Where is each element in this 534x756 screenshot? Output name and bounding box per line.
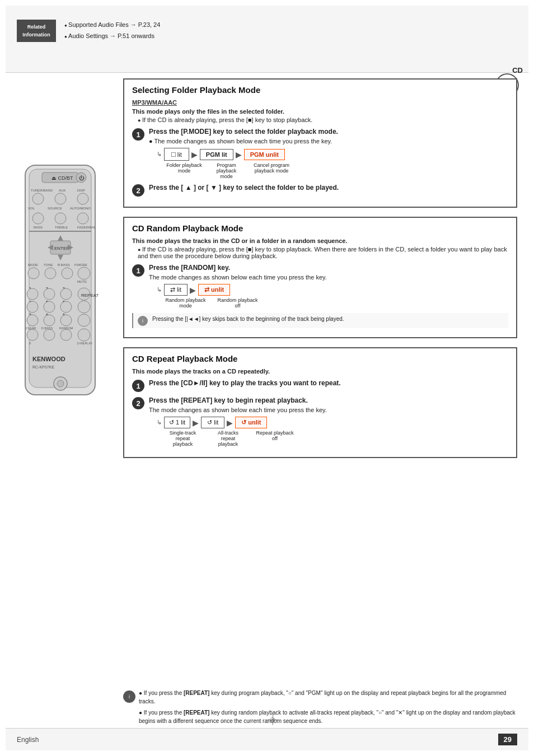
svg-text:TREBLE: TREBLE	[55, 226, 68, 229]
section2-desc: This mode plays the tracks in the CD or …	[132, 237, 508, 244]
mode-random-unlit: ⇄ unlit	[198, 284, 230, 296]
right-panel: Selecting Folder Playback Mode MP3/WMA/A…	[118, 73, 528, 728]
section3-step1-content: Press the [CD►/II] key to play the track…	[149, 379, 508, 389]
note1-icon: i	[123, 690, 135, 703]
svg-text:FADER/BAL: FADER/BAL	[77, 226, 96, 229]
step2-instruction: Press the [ ▲ ] or [ ▼ ] key to select t…	[149, 184, 508, 192]
mode-pgm-unlit: PGM unlit	[244, 149, 285, 160]
svg-text:AUTO/MONO: AUTO/MONO	[70, 207, 91, 210]
svg-text:SOURCE: SOURCE	[48, 207, 62, 210]
step1-sub: ● The mode changes as shown below each t…	[149, 138, 508, 144]
section1-step2: 2 Press the [ ▲ ] or [ ▼ ] key to select…	[132, 184, 508, 197]
mode-repeat-off-label: Repeat playback off	[255, 430, 294, 447]
mode-repeat-unlit: ↺ unlit	[235, 417, 267, 428]
svg-point-55	[44, 301, 55, 312]
bottom-notes: i ● If you press the [REPEAT] key during…	[123, 689, 523, 725]
section-repeat-playback: CD Repeat Playback Mode This mode plays …	[123, 347, 517, 458]
mode-random-lit: ⇄ lit	[164, 284, 188, 296]
note2-spacer	[123, 709, 135, 721]
bottom-note-2: ● If you press the [REPEAT] key during r…	[123, 709, 523, 725]
related-link-2: Audio Settings → P.51 onwards	[64, 31, 160, 42]
svg-text:B.BASS: B.BASS	[58, 263, 70, 267]
section3-title: CD Repeat Playback Mode	[132, 354, 508, 363]
related-info-label: Related Information	[22, 24, 50, 38]
svg-text:MUTE: MUTE	[77, 280, 87, 283]
svg-point-41	[78, 267, 90, 279]
step2-content: Press the [ ▲ ] or [ ▼ ] key to select t…	[149, 184, 508, 194]
section2-step1-sub: The mode changes as shown below each tim…	[149, 274, 508, 281]
mode-pgm-lit: PGM lit	[200, 149, 233, 160]
svg-text:DISP: DISP	[77, 189, 85, 192]
section3-step1-num: 1	[132, 380, 144, 392]
svg-text:REPEAT: REPEAT	[81, 293, 99, 298]
svg-text:ENTER: ENTER	[54, 246, 69, 251]
svg-point-56	[60, 301, 72, 312]
header: Related Information Supported Audio File…	[6, 6, 528, 73]
mode-random-lit-label: Random playbackmode	[165, 297, 207, 309]
section2-step1-content: Press the [RANDOM] key. The mode changes…	[149, 264, 508, 309]
footer-language: English	[17, 736, 39, 744]
section3-step2: 2 Press the [REPEAT] key to begin repeat…	[132, 396, 508, 447]
svg-text:TONE: TONE	[44, 263, 53, 267]
related-link-1: Supported Audio Files → P.23, 24	[64, 20, 160, 31]
section1-bullet1: If the CD is already playing, press the …	[138, 116, 508, 123]
svg-point-16	[55, 193, 66, 204]
mode-folder-lit: □ lit	[164, 148, 189, 161]
mode-single-repeat-label: Single-track repeatplayback	[165, 430, 201, 447]
svg-point-40	[62, 268, 73, 279]
svg-text:⏏ CD/BT: ⏏ CD/BT	[51, 175, 73, 181]
section3-step2-instruction: Press the [REPEAT] key to begin repeat p…	[149, 396, 508, 404]
step1-num: 1	[132, 128, 144, 141]
svg-point-62	[44, 315, 55, 326]
section1-title: Selecting Folder Playback Mode	[132, 85, 508, 95]
section3-step2-sub: The mode changes as shown below each tim…	[149, 407, 508, 413]
svg-text:⏻: ⏻	[79, 175, 85, 181]
mode-all-repeat-label: All-tracks repeatplayback	[210, 430, 246, 447]
random-tip: i Pressing the [|◄◄] key skips back to t…	[132, 313, 508, 328]
mode-cancel-label: Cancel programplayback mode	[249, 162, 294, 179]
section2-step1: 1 Press the [RANDOM] key. The mode chang…	[132, 264, 508, 309]
svg-point-39	[45, 268, 56, 279]
section2-title: CD Random Playback Mode	[132, 223, 508, 233]
section3-step1-instruction: Press the [CD►/II] key to play the track…	[149, 379, 508, 387]
svg-text:RC-KP07KE: RC-KP07KE	[32, 365, 54, 369]
svg-point-21	[32, 213, 44, 224]
remote-control: ⏏ CD/BT ⏻ TUNER/BAND AUX DISP VOL SOURCE…	[17, 162, 106, 405]
svg-point-64	[78, 314, 90, 326]
section3-step2-content: Press the [REPEAT] key to begin repeat p…	[149, 396, 508, 447]
step2-num: 2	[132, 184, 144, 197]
mode-pgm-label: Program playbackmode	[208, 162, 245, 179]
section-folder-playback: Selecting Folder Playback Mode MP3/WMA/A…	[123, 78, 517, 208]
svg-point-69	[44, 329, 55, 340]
bottom-note-1: i ● If you press the [REPEAT] key during…	[123, 689, 523, 706]
svg-point-70	[60, 329, 72, 340]
svg-point-47	[44, 288, 55, 300]
section3-desc: This mode plays the tracks on a CD repea…	[132, 368, 508, 375]
section3-step2-num: 2	[132, 397, 144, 409]
svg-text:P.MODE: P.MODE	[74, 263, 87, 267]
svg-point-63	[60, 315, 72, 326]
svg-text:D-REPLAY: D-REPLAY	[77, 342, 92, 345]
section2-bullet1: If the CD is already playing, press the …	[138, 246, 508, 259]
section-random-playback: CD Random Playback Mode This mode plays …	[123, 217, 517, 338]
svg-rect-27	[29, 231, 91, 232]
svg-point-54	[27, 301, 38, 312]
svg-point-71	[78, 329, 90, 341]
svg-point-77	[57, 380, 64, 387]
svg-text:TUNER/BAND: TUNER/BAND	[31, 189, 53, 192]
svg-point-22	[55, 213, 66, 224]
mode-folder-label: Folder playback mode	[165, 162, 204, 179]
footer: English 29	[6, 728, 528, 750]
svg-text:KENWOOD: KENWOOD	[32, 356, 65, 362]
step1-content: Press the [P.MODE] key to select the fol…	[149, 128, 508, 179]
tip-icon: i	[138, 316, 148, 326]
related-links: Supported Audio Files → P.23, 24 Audio S…	[64, 20, 160, 42]
mode-repeat-lit: ↺ lit	[201, 417, 224, 428]
svg-point-61	[27, 315, 38, 326]
mode-random-off-label: Random playback off	[217, 297, 259, 309]
mode-repeat-1-lit: ↺ 1 lit	[164, 417, 190, 428]
note2-text: ● If you press the [REPEAT] key during r…	[139, 709, 523, 725]
section2-step1-num: 1	[132, 264, 144, 277]
section1-desc: This mode plays only the files in the se…	[132, 108, 508, 115]
svg-text:AUX: AUX	[59, 189, 65, 192]
